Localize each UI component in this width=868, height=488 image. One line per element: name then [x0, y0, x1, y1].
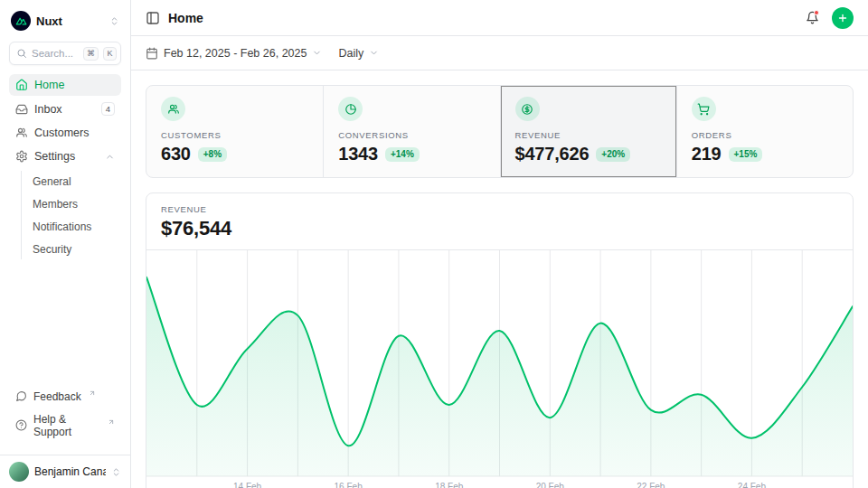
stat-value: 219: [692, 144, 722, 164]
inbox-count-badge: 4: [101, 102, 115, 116]
stat-value: $477,626: [515, 144, 590, 164]
users-icon: [15, 127, 28, 139]
granularity-label: Daily: [338, 47, 363, 60]
chevron-up-icon: [105, 152, 115, 162]
sidebar-item-settings[interactable]: Settings: [9, 145, 121, 167]
stat-card-orders[interactable]: ORDERS 219 +15%: [676, 86, 853, 177]
svg-text:24 Feb: 24 Feb: [738, 482, 767, 488]
granularity-select[interactable]: Daily: [338, 47, 379, 60]
stat-delta-badge: +8%: [198, 147, 227, 162]
chevrons-up-down-icon: [111, 467, 121, 477]
chart-pie-icon: [338, 97, 363, 121]
stat-label: CUSTOMERS: [161, 130, 308, 140]
date-range-picker[interactable]: Feb 12, 2025 - Feb 26, 2025: [146, 47, 322, 60]
stat-label: CONVERSIONS: [338, 130, 485, 140]
chart-label: REVENUE: [161, 204, 838, 214]
date-range-label: Feb 12, 2025 - Feb 26, 2025: [164, 47, 307, 60]
topbar: Home: [131, 0, 868, 36]
add-button[interactable]: [832, 7, 854, 29]
sidebar-item-inbox[interactable]: Inbox 4: [9, 98, 121, 120]
sidebar-item-members[interactable]: Members: [25, 193, 121, 214]
sidebar-nav: Home Inbox 4 Customers Sett: [9, 74, 121, 379]
sidebar-item-label: Customers: [34, 127, 89, 139]
sidebar-item-customers[interactable]: Customers: [9, 122, 121, 144]
home-icon: [15, 79, 28, 91]
settings-submenu: General Members Notifications Security: [21, 171, 121, 259]
chevrons-up-down-icon: [109, 16, 119, 26]
user-name: Benjamin Canac: [34, 465, 106, 478]
sidebar-item-label: Inbox: [34, 103, 62, 116]
chart-header: REVENUE $76,544: [146, 193, 853, 249]
users-icon: [161, 97, 185, 121]
notification-dot: [814, 10, 819, 15]
svg-text:20 Feb: 20 Feb: [536, 482, 565, 488]
sidebar-item-security[interactable]: Security: [25, 239, 121, 259]
message-circle-icon: [15, 390, 27, 402]
stat-label: ORDERS: [692, 130, 838, 140]
chevron-down-icon: [369, 48, 379, 58]
user-menu[interactable]: Benjamin Canac: [0, 455, 130, 488]
sidebar-item-notifications[interactable]: Notifications: [25, 216, 121, 237]
sidebar-footer: Feedback Help & Support: [9, 386, 121, 447]
svg-text:16 Feb: 16 Feb: [335, 482, 363, 488]
chart-value: $76,544: [161, 217, 838, 240]
circle-dollar-icon: [515, 97, 540, 121]
stats-row: CUSTOMERS 630 +8% CONVERSIONS 1343 +14%: [146, 85, 854, 178]
svg-text:18 Feb: 18 Feb: [435, 482, 464, 488]
stat-card-customers[interactable]: CUSTOMERS 630 +8%: [146, 86, 323, 177]
gear-icon: [15, 150, 28, 163]
stat-delta-badge: +14%: [385, 147, 420, 162]
chevron-down-icon: [312, 48, 322, 58]
filter-bar: Feb 12, 2025 - Feb 26, 2025 Daily: [131, 36, 868, 70]
stat-card-conversions[interactable]: CONVERSIONS 1343 +14%: [323, 86, 499, 177]
revenue-chart-card: REVENUE $76,544 14 Feb16 Feb18 Feb20 Feb…: [146, 192, 854, 488]
sidebar: Nuxt Search... ⌘ K Home: [0, 0, 131, 488]
chart-region[interactable]: 14 Feb16 Feb18 Feb20 Feb22 Feb24 Feb: [146, 249, 853, 488]
stat-value: 1343: [338, 144, 378, 164]
stat-delta-badge: +20%: [596, 147, 630, 162]
external-link-icon: [89, 389, 96, 397]
main-panel: Home Feb 12, 2025 - Feb 26, 2025: [131, 0, 868, 488]
help-circle-icon: [15, 419, 27, 431]
feedback-link[interactable]: Feedback: [9, 386, 121, 407]
calendar-icon: [146, 47, 158, 60]
revenue-area-chart: 14 Feb16 Feb18 Feb20 Feb22 Feb24 Feb: [146, 250, 853, 488]
notifications-button[interactable]: [806, 11, 819, 24]
stat-card-revenue[interactable]: REVENUE $477,626 +20%: [500, 86, 676, 177]
kbd-cmd: ⌘: [83, 47, 99, 61]
search-placeholder: Search...: [32, 48, 79, 59]
search-icon: [16, 48, 27, 59]
stat-label: REVENUE: [515, 130, 662, 140]
dashboard-app: Nuxt Search... ⌘ K Home: [0, 0, 868, 488]
help-support-link[interactable]: Help & Support: [9, 408, 121, 442]
cart-icon: [692, 97, 716, 121]
content-area: CUSTOMERS 630 +8% CONVERSIONS 1343 +14%: [131, 70, 868, 488]
kbd-k: K: [103, 47, 117, 61]
avatar: [9, 462, 29, 482]
sidebar-toggle-icon[interactable]: [146, 11, 160, 25]
inbox-icon: [15, 103, 28, 116]
team-name: Nuxt: [36, 14, 104, 28]
external-link-icon: [108, 418, 115, 426]
sidebar-item-label: Settings: [34, 150, 75, 163]
sidebar-item-general[interactable]: General: [25, 171, 121, 192]
feedback-label: Feedback: [33, 390, 81, 403]
sidebar-item-home[interactable]: Home: [9, 74, 121, 96]
stat-delta-badge: +15%: [729, 147, 763, 162]
help-support-label: Help & Support: [33, 413, 100, 438]
stat-value: 630: [161, 144, 191, 164]
sidebar-item-label: Home: [34, 79, 64, 91]
nuxt-logo-icon: [11, 11, 31, 31]
team-selector[interactable]: Nuxt: [9, 7, 121, 34]
svg-text:22 Feb: 22 Feb: [637, 482, 665, 488]
page-title: Home: [168, 11, 203, 25]
search-input[interactable]: Search... ⌘ K: [9, 42, 121, 65]
svg-text:14 Feb: 14 Feb: [233, 482, 262, 488]
